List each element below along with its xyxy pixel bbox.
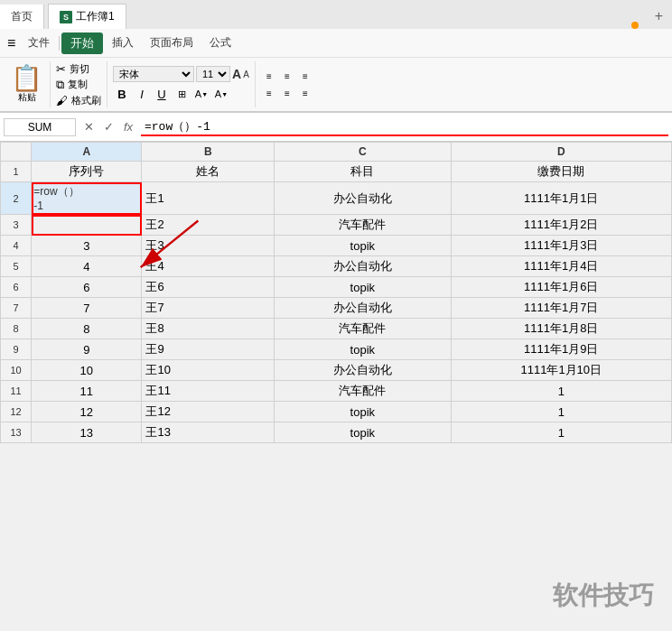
cell-c5[interactable]: 办公自动化 [275, 256, 452, 277]
menu-insert[interactable]: 插入 [105, 32, 141, 54]
col-header-d[interactable]: D [451, 143, 671, 162]
menu-file[interactable]: 文件 [21, 32, 57, 54]
formula-input[interactable] [141, 117, 668, 136]
menu-start[interactable]: 开始 [61, 32, 103, 54]
row-num-2: 2 [1, 182, 32, 215]
cell-c13[interactable]: topik [275, 422, 452, 443]
cell-c3[interactable]: 汽车配件 [275, 215, 452, 236]
cell-a10[interactable]: 10 [32, 360, 142, 381]
cell-a11[interactable]: 11 [32, 381, 142, 402]
cell-c2[interactable]: 办公自动化 [275, 182, 452, 215]
confirm-formula-button[interactable]: ✓ [99, 118, 117, 136]
cell-d1[interactable]: 缴费日期 [451, 162, 671, 182]
cell-d10[interactable]: 1111年1月10日 [451, 360, 671, 381]
cell-a1[interactable]: 序列号 [32, 162, 142, 182]
cell-a9[interactable]: 9 [32, 339, 142, 360]
cell-d8[interactable]: 1111年1月8日 [451, 319, 671, 339]
copy-label: 复制 [68, 78, 88, 91]
cell-d7[interactable]: 1111年1月7日 [451, 298, 671, 319]
cell-b6[interactable]: 王6 [142, 277, 275, 298]
bold-button[interactable]: B [113, 85, 131, 103]
cell-a8[interactable]: 8 [32, 319, 142, 339]
cell-b1[interactable]: 姓名 [142, 162, 275, 182]
title-bar: 首页 S 工作簿1 + [0, 0, 672, 29]
cell-b3[interactable]: 王2 [142, 215, 275, 236]
cell-c7[interactable]: 办公自动化 [275, 298, 452, 319]
cell-b2[interactable]: 王1 [142, 182, 275, 215]
row-num-9: 9 [1, 339, 32, 360]
cell-d2[interactable]: 1111年1月1日 [451, 182, 671, 215]
font-color-button[interactable]: A▼ [212, 85, 230, 103]
align-top-right-button[interactable]: ≡ [297, 69, 313, 83]
cell-c11[interactable]: 汽车配件 [275, 381, 452, 402]
cell-d12[interactable]: 1 [451, 402, 671, 422]
cell-c12[interactable]: topik [275, 402, 452, 422]
hamburger-menu[interactable]: ≡ [7, 35, 15, 51]
cancel-formula-button[interactable]: ✕ [79, 118, 98, 136]
align-top-center-button[interactable]: ≡ [279, 69, 295, 83]
fill-color-button[interactable]: A▼ [192, 85, 210, 103]
cell-b12[interactable]: 王12 [142, 402, 275, 422]
cell-a13[interactable]: 13 [32, 422, 142, 443]
cell-c10[interactable]: 办公自动化 [275, 360, 452, 381]
cell-d13[interactable]: 1 [451, 422, 671, 443]
unsaved-indicator [631, 22, 639, 29]
cell-a3[interactable] [32, 215, 142, 236]
align-bottom-right-button[interactable]: ≡ [297, 86, 313, 100]
col-header-a[interactable]: A [32, 143, 142, 162]
table-row: 13 13 王13 topik 1 [1, 422, 672, 443]
tab-home[interactable]: 首页 [0, 5, 44, 29]
cell-a5[interactable]: 4 [32, 256, 142, 277]
decrease-font-button[interactable]: A [243, 70, 249, 79]
spreadsheet: A B C D 1 序列号 姓名 科目 缴费日期 2 =row（） [0, 142, 672, 443]
cell-a12[interactable]: 12 [32, 402, 142, 422]
copy-button[interactable]: ⧉ 复制 [56, 78, 101, 92]
tab-sheet1[interactable]: S 工作簿1 [48, 4, 126, 29]
cell-c4[interactable]: topik [275, 236, 452, 256]
cell-c1[interactable]: 科目 [275, 162, 452, 182]
cell-b4[interactable]: 王3 [142, 236, 275, 256]
name-box[interactable] [4, 118, 76, 136]
border-button[interactable]: ⊞ [173, 85, 191, 103]
insert-function-button[interactable]: fx [119, 118, 137, 136]
cell-a6[interactable]: 6 [32, 277, 142, 298]
cell-c8[interactable]: 汽车配件 [275, 319, 452, 339]
cell-b8[interactable]: 王8 [142, 319, 275, 339]
font-selector[interactable]: 宋体 [113, 66, 194, 82]
cell-d5[interactable]: 1111年1月4日 [451, 256, 671, 277]
underline-button[interactable]: U [153, 85, 171, 103]
cell-a2[interactable]: =row（） -1 [32, 182, 142, 215]
cell-b5[interactable]: 王4 [142, 256, 275, 277]
cell-b9[interactable]: 王9 [142, 339, 275, 360]
cell-a4[interactable]: 3 [32, 236, 142, 256]
cell-b7[interactable]: 王7 [142, 298, 275, 319]
cut-label: 剪切 [70, 62, 89, 76]
table-row: 4 3 王3 topik 1111年1月3日 [1, 236, 672, 256]
align-top-left-button[interactable]: ≡ [261, 69, 277, 83]
cell-c6[interactable]: topik [275, 277, 452, 298]
col-header-c[interactable]: C [275, 143, 452, 162]
cell-d3[interactable]: 1111年1月2日 [451, 215, 671, 236]
cell-d6[interactable]: 1111年1月6日 [451, 277, 671, 298]
tab-sheet1-label: 工作簿1 [76, 9, 115, 24]
format-brush-button[interactable]: 🖌 格式刷 [56, 94, 101, 107]
cell-d4[interactable]: 1111年1月3日 [451, 236, 671, 256]
align-bottom-left-button[interactable]: ≡ [261, 86, 277, 100]
cell-d11[interactable]: 1 [451, 381, 671, 402]
cell-d9[interactable]: 1111年1月9日 [451, 339, 671, 360]
cell-b11[interactable]: 王11 [142, 381, 275, 402]
paste-button[interactable]: 📋 [11, 66, 42, 91]
cut-button[interactable]: ✂ 剪切 [56, 62, 101, 76]
cell-b10[interactable]: 王10 [142, 360, 275, 381]
add-sheet-button[interactable]: + [646, 4, 672, 29]
align-bottom-center-button[interactable]: ≡ [279, 86, 295, 100]
cell-b13[interactable]: 王13 [142, 422, 275, 443]
menu-page-layout[interactable]: 页面布局 [143, 32, 201, 54]
increase-font-button[interactable]: A [232, 67, 241, 81]
col-header-b[interactable]: B [142, 143, 275, 162]
italic-button[interactable]: I [133, 85, 151, 103]
font-size-selector[interactable]: 11 [196, 66, 230, 82]
menu-formula[interactable]: 公式 [202, 32, 238, 54]
cell-a7[interactable]: 7 [32, 298, 142, 319]
cell-c9[interactable]: topik [275, 339, 452, 360]
